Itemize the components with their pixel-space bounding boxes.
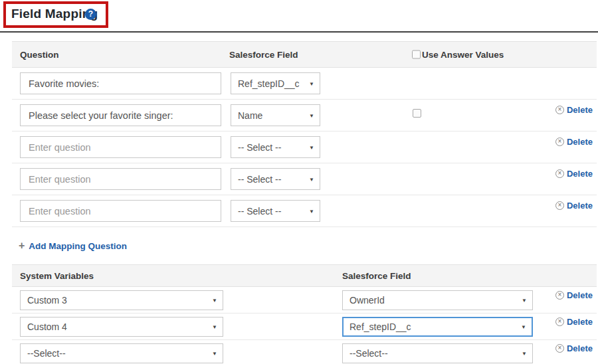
delete-button[interactable]: × Delete: [555, 201, 593, 211]
question-input[interactable]: [20, 72, 221, 94]
system-row-3: --Select-- ▼ --Select-- ▼ × Delete: [12, 340, 597, 364]
salesforce-field-select[interactable]: -- Select -- ▼: [231, 200, 320, 222]
chevron-down-icon: ▼: [521, 324, 526, 330]
question-column-header: Question: [20, 50, 59, 60]
chevron-down-icon: ▼: [522, 298, 527, 304]
system-variables-column-header: System Variables: [20, 271, 94, 281]
delete-circle-x-icon: ×: [555, 169, 564, 178]
delete-button[interactable]: × Delete: [555, 343, 593, 353]
salesforce-field-column-header: Salesforce Field: [342, 271, 411, 281]
question-row-1: Ref_stepID__c ▼: [12, 68, 597, 100]
system-variable-select[interactable]: Custom 4 ▼: [20, 317, 223, 337]
system-variable-select[interactable]: Custom 3 ▼: [20, 290, 223, 310]
question-row-3: -- Select -- ▼ × Delete: [12, 132, 597, 163]
salesforce-field-select[interactable]: --Select-- ▼: [342, 343, 533, 363]
question-row-4: -- Select -- ▼ × Delete: [12, 163, 597, 195]
system-variable-select[interactable]: --Select-- ▼: [20, 343, 223, 363]
question-row-5: -- Select -- ▼ × Delete: [12, 195, 597, 227]
title-divider: [0, 31, 598, 33]
salesforce-field-select[interactable]: -- Select -- ▼: [231, 168, 320, 190]
question-input[interactable]: [20, 200, 221, 222]
question-input[interactable]: [20, 168, 221, 190]
use-answer-values-label: Use Answer Values: [422, 50, 504, 60]
salesforce-field-select[interactable]: Ref_stepID__c ▼: [231, 72, 320, 94]
delete-circle-x-icon: ×: [555, 137, 564, 146]
salesforce-field-column-header: Salesforce Field: [229, 50, 298, 60]
chevron-down-icon: ▼: [309, 80, 314, 86]
chevron-down-icon: ▼: [212, 324, 217, 330]
plus-icon: +: [19, 240, 25, 251]
chevron-down-icon: ▼: [309, 112, 314, 118]
question-mapping-table: Question Salesforce Field Use Answer Val…: [12, 41, 597, 227]
field-mapping-page: Field Mapping ? Question Salesforce Fiel…: [0, 0, 598, 364]
salesforce-field-select[interactable]: -- Select -- ▼: [231, 136, 320, 158]
delete-circle-x-icon: ×: [555, 291, 564, 300]
salesforce-field-select[interactable]: OwnerId ▼: [342, 290, 533, 310]
system-row-1: Custom 3 ▼ OwnerId ▼ × Delete: [12, 287, 597, 314]
salesforce-field-select-focused[interactable]: Ref_stepID__c ▼: [342, 317, 533, 337]
delete-button[interactable]: × Delete: [555, 105, 593, 115]
system-table-header: System Variables Salesforce Field: [12, 264, 597, 287]
delete-button[interactable]: × Delete: [555, 169, 593, 179]
chevron-down-icon: ▼: [212, 351, 217, 357]
question-row-2: Name ▼ × Delete: [12, 100, 597, 132]
delete-circle-x-icon: ×: [555, 318, 564, 326]
delete-circle-x-icon: ×: [555, 344, 564, 353]
chevron-down-icon: ▼: [522, 351, 527, 357]
use-answer-values-header: Use Answer Values: [412, 50, 504, 60]
system-variables-table: System Variables Salesforce Field Custom…: [12, 264, 597, 364]
delete-button[interactable]: × Delete: [555, 290, 593, 300]
delete-button[interactable]: × Delete: [555, 137, 593, 147]
chevron-down-icon: ▼: [212, 298, 217, 304]
help-icon[interactable]: ?: [85, 9, 96, 20]
delete-circle-x-icon: ×: [555, 201, 564, 210]
use-answer-values-checkbox[interactable]: [412, 50, 421, 59]
chevron-down-icon: ▼: [309, 208, 314, 214]
system-row-2: Custom 4 ▼ Ref_stepID__c ▼ × Delete: [12, 314, 597, 340]
question-input[interactable]: [20, 104, 221, 126]
add-mapping-question-button[interactable]: + Add Mapping Question: [19, 240, 127, 251]
chevron-down-icon: ▼: [309, 144, 314, 150]
delete-circle-x-icon: ×: [555, 106, 564, 114]
salesforce-field-select[interactable]: Name ▼: [231, 104, 320, 126]
question-input[interactable]: [20, 136, 221, 158]
use-answer-values-row-checkbox[interactable]: [413, 109, 421, 118]
chevron-down-icon: ▼: [309, 176, 314, 182]
question-table-header: Question Salesforce Field Use Answer Val…: [12, 41, 597, 68]
delete-button[interactable]: × Delete: [555, 317, 593, 327]
